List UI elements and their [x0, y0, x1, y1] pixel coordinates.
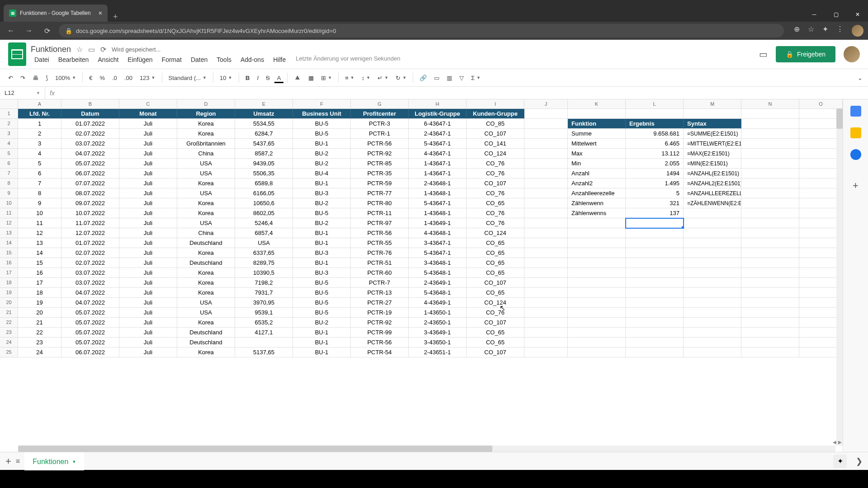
data-cell[interactable]: BU-3	[293, 188, 351, 198]
increase-decimal-button[interactable]: .00	[122, 73, 135, 83]
data-cell[interactable]: 6	[18, 169, 61, 178]
data-cell[interactable]: 2-43648-1	[409, 178, 467, 188]
data-cell[interactable]: 6337,65	[235, 248, 293, 258]
side-panel-toggle-icon[interactable]: ❯	[856, 456, 863, 466]
data-cell[interactable]: 6535,2	[235, 318, 293, 328]
account-avatar[interactable]	[844, 46, 860, 62]
data-cell[interactable]	[741, 129, 799, 139]
data-cell[interactable]: 5-43647-1	[409, 198, 467, 208]
menu-ansicht[interactable]: Ansicht	[94, 55, 122, 64]
number-format-select[interactable]: 123▼	[137, 73, 158, 83]
data-cell[interactable]: CO_124	[467, 228, 524, 238]
data-cell[interactable]: CO_107	[467, 178, 524, 188]
close-tab-icon[interactable]: ×	[99, 9, 102, 17]
font-select[interactable]: Standard (...▼	[166, 73, 209, 83]
data-cell[interactable]	[741, 188, 799, 198]
fill-color-button[interactable]	[291, 72, 304, 83]
data-cell[interactable]: Korea	[177, 268, 235, 278]
data-cell[interactable]: 6166,05	[235, 188, 293, 198]
data-cell[interactable]: 5437,65	[235, 139, 293, 149]
data-cell[interactable]	[524, 109, 568, 119]
data-cell[interactable]	[524, 238, 568, 248]
data-cell[interactable]	[524, 268, 568, 278]
data-cell[interactable]	[568, 238, 626, 248]
pane-label[interactable]: Zählenwenn	[568, 198, 626, 208]
data-cell[interactable]	[235, 338, 293, 347]
col-header-G[interactable]: G	[351, 99, 409, 109]
pane-syntax[interactable]: =ZÄHLENWENN(E2:E1501;E9)	[684, 198, 741, 208]
data-cell[interactable]: 05.07.2022	[61, 338, 119, 347]
data-cell[interactable]: 10.07.2022	[61, 208, 119, 218]
data-cell[interactable]	[741, 318, 799, 328]
new-tab-button[interactable]: +	[108, 12, 123, 22]
horizontal-scrollbar[interactable]	[18, 446, 835, 452]
data-cell[interactable]: BU-5	[293, 288, 351, 298]
data-cell[interactable]: CO_76	[467, 308, 524, 318]
data-cell[interactable]: 20	[18, 308, 61, 318]
data-cell[interactable]	[741, 139, 799, 149]
data-cell[interactable]: 3-43649-1	[409, 328, 467, 338]
data-cell[interactable]	[684, 268, 741, 278]
data-cell[interactable]	[741, 238, 799, 248]
data-cell[interactable]: CO_107	[467, 129, 524, 139]
data-cell[interactable]: Korea	[177, 248, 235, 258]
data-cell[interactable]: 5	[18, 159, 61, 169]
pane-syntax[interactable]: =MITTELWERT(E2:E1501)	[684, 139, 741, 149]
extensions-icon[interactable]: ✦	[822, 25, 828, 37]
data-cell[interactable]: 4-43648-1	[409, 228, 467, 238]
data-cell[interactable]	[524, 347, 568, 357]
data-cell[interactable]: Juli	[119, 218, 177, 228]
data-cell[interactable]: USA	[177, 308, 235, 318]
data-cell[interactable]: Deutschland	[177, 238, 235, 248]
data-cell[interactable]: 4127,1	[235, 328, 293, 338]
data-cell[interactable]	[568, 328, 626, 338]
row-header-13[interactable]: 13	[0, 228, 18, 238]
data-cell[interactable]: 05.07.2022	[61, 318, 119, 328]
italic-button[interactable]: I	[254, 73, 261, 83]
data-cell[interactable]: Deutschland	[177, 338, 235, 347]
col-header-O[interactable]: O	[799, 99, 843, 109]
pane-label[interactable]: Min	[568, 159, 626, 169]
col-header-K[interactable]: K	[568, 99, 626, 109]
pane-syntax[interactable]: =ANZAHL2(E2:E1501)	[684, 178, 741, 188]
vertical-scrollbar[interactable]	[836, 108, 843, 446]
col-header-C[interactable]: C	[119, 99, 177, 109]
data-cell[interactable]: 05.07.2022	[61, 159, 119, 169]
data-cell[interactable]: 06.07.2022	[61, 347, 119, 357]
menu-add-ons[interactable]: Add-ons	[237, 55, 268, 64]
data-cell[interactable]: 04.07.2022	[61, 288, 119, 298]
data-cell[interactable]: PCTR-13	[351, 288, 409, 298]
data-cell[interactable]: Juli	[119, 347, 177, 357]
data-cell[interactable]	[524, 338, 568, 347]
data-cell[interactable]: PCTR-11	[351, 208, 409, 218]
data-cell[interactable]: Juli	[119, 258, 177, 268]
wrap-button[interactable]: ↵▼	[375, 73, 391, 83]
pane-label[interactable]: Mittelwert	[568, 139, 626, 149]
pane-value[interactable]: 1494	[626, 169, 684, 178]
data-cell[interactable]: BU-5	[293, 278, 351, 288]
all-sheets-button[interactable]: ≡	[16, 457, 20, 465]
data-cell[interactable]: PCTR-92	[351, 318, 409, 328]
data-cell[interactable]: USA	[177, 298, 235, 308]
forward-button[interactable]: →	[23, 27, 35, 35]
chart-button[interactable]: ▥	[444, 73, 455, 83]
menu-daten[interactable]: Daten	[187, 55, 211, 64]
data-cell[interactable]: PCTR-19	[351, 308, 409, 318]
pane-syntax[interactable]: =MIN(E2:E1501)	[684, 159, 741, 169]
data-cell[interactable]: China	[177, 228, 235, 238]
row-header-8[interactable]: 8	[0, 178, 18, 188]
pane-value[interactable]: 13.112	[626, 149, 684, 159]
data-cell[interactable]: 6857,4	[235, 228, 293, 238]
data-cell[interactable]: CO_124	[467, 298, 524, 308]
data-cell[interactable]	[524, 278, 568, 288]
data-cell[interactable]: Korea	[177, 278, 235, 288]
data-cell[interactable]: CO_107	[467, 278, 524, 288]
data-cell[interactable]: BU-5	[293, 208, 351, 218]
data-cell[interactable]: Juli	[119, 178, 177, 188]
data-cell[interactable]	[568, 268, 626, 278]
data-cell[interactable]	[524, 208, 568, 218]
data-cell[interactable]	[626, 328, 684, 338]
data-cell[interactable]	[741, 288, 799, 298]
data-cell[interactable]: PCTR-92	[351, 149, 409, 159]
data-cell[interactable]: BU-5	[293, 119, 351, 129]
